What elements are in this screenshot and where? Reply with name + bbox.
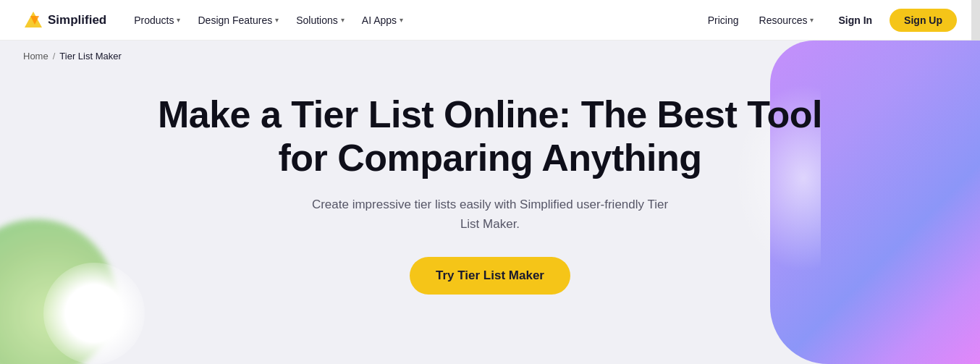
logo-icon: [23, 10, 43, 30]
sign-up-button[interactable]: Sign Up: [890, 9, 957, 32]
chevron-down-icon: ▾: [341, 16, 345, 24]
nav-item-resources[interactable]: Resources ▾: [752, 10, 821, 30]
chevron-down-icon: ▾: [177, 16, 180, 24]
chevron-down-icon: ▾: [810, 16, 814, 24]
logo-link[interactable]: Simplified: [23, 10, 106, 30]
chevron-down-icon: ▾: [275, 16, 279, 24]
sign-in-button[interactable]: Sign In: [827, 9, 884, 31]
nav-item-products[interactable]: Products ▾: [127, 10, 187, 30]
nav-item-design-features[interactable]: Design Features ▾: [190, 10, 286, 30]
breadcrumb: Home / Tier List Maker: [0, 41, 980, 72]
cta-button[interactable]: Try Tier List Maker: [410, 257, 570, 295]
scrollbar[interactable]: [971, 0, 980, 41]
breadcrumb-separator: /: [53, 51, 56, 62]
nav-item-ai-apps[interactable]: AI Apps ▾: [355, 10, 410, 30]
chevron-down-icon: ▾: [400, 16, 403, 24]
hero-section: Make a Tier List Online: The Best Tool f…: [0, 72, 980, 295]
logo-text: Simplified: [48, 13, 106, 27]
nav-left: Products ▾ Design Features ▾ Solutions ▾…: [127, 10, 700, 30]
nav-item-pricing[interactable]: Pricing: [701, 10, 746, 30]
hero-title: Make a Tier List Online: The Best Tool f…: [145, 93, 835, 180]
hero-subtitle: Create impressive tier lists easily with…: [309, 195, 671, 234]
navbar: Simplified Products ▾ Design Features ▾ …: [0, 0, 980, 41]
main-content: Home / Tier List Maker Make a Tier List …: [0, 41, 980, 364]
breadcrumb-home[interactable]: Home: [23, 51, 48, 62]
nav-right: Pricing Resources ▾ Sign In Sign Up: [701, 9, 957, 32]
breadcrumb-current: Tier List Maker: [59, 51, 121, 62]
nav-item-solutions[interactable]: Solutions ▾: [289, 10, 352, 30]
